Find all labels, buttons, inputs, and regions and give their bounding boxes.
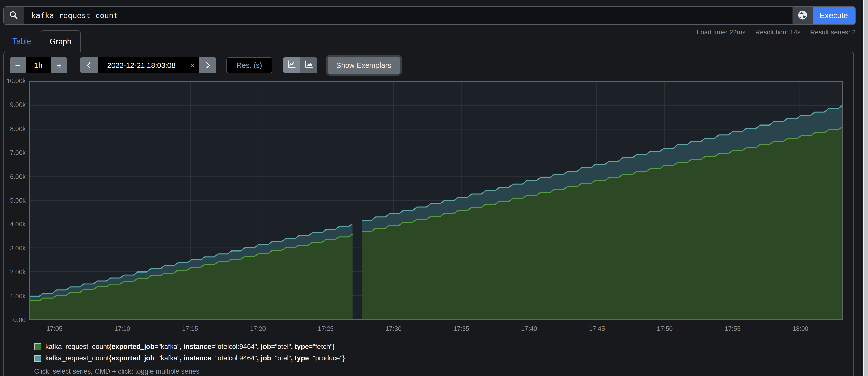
x-tick-label: 17:45 xyxy=(589,325,605,333)
result-series: Result series: 2 xyxy=(810,28,856,36)
legend-item[interactable]: kafka_request_count{exported_job="kafka"… xyxy=(34,354,345,362)
y-tick-label: 4.00k xyxy=(10,220,26,228)
end-time-control: × xyxy=(80,58,216,73)
y-tick-label: 7.00k xyxy=(10,149,26,157)
x-tick-label: 17:05 xyxy=(46,325,63,333)
graph-panel: − + × xyxy=(3,52,854,376)
execute-button[interactable]: Execute xyxy=(812,7,855,24)
y-tick-label: 9.00k xyxy=(10,101,26,108)
legend-item[interactable]: kafka_request_count{exported_job="kafka"… xyxy=(34,343,345,351)
y-tick-label: 10.00k xyxy=(7,77,26,85)
tab-table[interactable]: Table xyxy=(5,31,38,52)
stacked-graph-icon xyxy=(304,60,314,71)
stacked-graph-button[interactable] xyxy=(300,58,317,73)
y-tick-label: 0.00 xyxy=(13,316,26,323)
range-control: − + xyxy=(10,58,67,73)
metrics-explorer-button[interactable] xyxy=(792,7,812,24)
time-back-button[interactable] xyxy=(80,58,98,73)
prometheus-expression-browser: Execute Load time: 22ms Resolution: 14s … xyxy=(0,0,868,376)
y-tick-label: 8.00k xyxy=(10,125,26,132)
y-tick-label: 5.00k xyxy=(10,197,26,204)
x-tick-label: 18:00 xyxy=(793,325,808,333)
tab-graph[interactable]: Graph xyxy=(40,30,81,53)
line-graph-icon xyxy=(287,60,297,71)
search-addon xyxy=(4,7,24,24)
x-tick-label: 17:20 xyxy=(250,325,266,333)
legend-series-label: kafka_request_count{exported_job="kafka"… xyxy=(45,354,345,362)
x-axis-labels: 17:0517:1017:1517:2017:2517:3017:3517:40… xyxy=(29,325,843,335)
x-tick-label: 17:55 xyxy=(724,325,741,333)
query-bar: Execute xyxy=(3,6,856,25)
range-input[interactable] xyxy=(26,58,51,73)
line-graph-button[interactable] xyxy=(283,58,300,73)
y-tick-label: 3.00k xyxy=(10,244,26,252)
query-input[interactable] xyxy=(24,7,792,24)
y-tick-label: 2.00k xyxy=(10,269,26,276)
resolution-input[interactable] xyxy=(226,58,272,73)
legend-series-label: kafka_request_count{exported_job="kafka"… xyxy=(45,343,335,351)
query-stats: Load time: 22ms Resolution: 14s Result s… xyxy=(697,28,856,36)
chart-svg xyxy=(30,82,842,319)
time-forward-button[interactable] xyxy=(199,58,216,73)
chart-legend: kafka_request_count{exported_job="kafka"… xyxy=(34,343,345,362)
range-increment-button[interactable]: + xyxy=(51,58,67,73)
end-time-input[interactable] xyxy=(98,58,199,73)
chart-plot-area[interactable] xyxy=(29,81,843,320)
legend-swatch-icon xyxy=(34,343,41,350)
graph-type-toggle xyxy=(283,58,317,73)
legend-hint: Click: select series, CMD + click: toggl… xyxy=(34,368,199,375)
legend-swatch-icon xyxy=(34,355,41,362)
x-tick-label: 17:10 xyxy=(114,325,130,333)
y-axis-labels: 0.001.00k2.00k3.00k4.00k5.00k6.00k7.00k8… xyxy=(4,81,27,320)
x-tick-label: 17:15 xyxy=(182,325,198,333)
x-tick-label: 17:30 xyxy=(385,325,402,333)
x-tick-label: 17:35 xyxy=(454,325,469,333)
globe-icon xyxy=(797,10,808,21)
resolution: Resolution: 14s xyxy=(755,28,801,36)
y-tick-label: 1.00k xyxy=(10,292,26,300)
show-exemplars-button[interactable]: Show Exemplars xyxy=(328,57,400,74)
y-tick-label: 6.00k xyxy=(10,173,26,180)
search-icon xyxy=(9,10,19,21)
clear-time-icon[interactable]: × xyxy=(190,61,194,69)
load-time: Load time: 22ms xyxy=(697,28,745,36)
range-decrement-button[interactable]: − xyxy=(10,58,26,73)
page-scrollbar[interactable] xyxy=(863,0,868,376)
x-tick-label: 17:40 xyxy=(521,325,537,333)
x-tick-label: 17:25 xyxy=(318,325,334,333)
x-tick-label: 17:50 xyxy=(657,325,673,333)
